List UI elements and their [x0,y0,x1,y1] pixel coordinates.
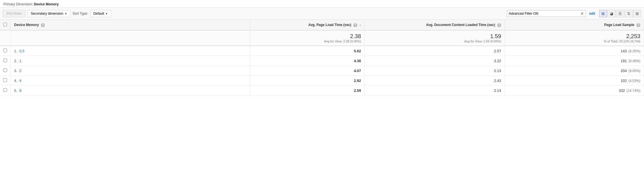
row-avg-page-load-0: 5.62 [250,46,365,56]
col-header-device-memory: Device Memory ? [11,20,250,30]
summary-avg-doc-sub: Avg for View: 1.59 (0.00%) [368,40,501,43]
select-all-checkbox-header[interactable] [0,20,11,30]
row-pls-0: 143(6.35%) [505,46,644,56]
summary-avg-page-load-value: 2.38 [254,33,361,40]
row-avg-doc-1: 3.22 [365,56,505,66]
advanced-filter-box[interactable]: ✕ [507,10,586,17]
row-checkbox-3[interactable] [3,78,7,82]
list-view-button[interactable]: ☰ [616,10,624,17]
filter-input[interactable] [509,12,579,16]
row-pls-1: 191(8.48%) [505,56,644,66]
summary-pls-value: 2,253 [508,33,640,40]
summary-dim-cell [11,30,250,46]
row-avg-page-load-4: 2.59 [250,86,365,96]
row-avg-page-load-3: 2.92 [250,76,365,86]
help-icon-page-load-sample[interactable]: ? [636,23,640,27]
chevron-down-icon: ▼ [64,12,67,15]
pie-view-button[interactable]: ◕ [608,10,615,17]
table-row: 1. 0.5 5.62 2.57 143(6.35%) [0,46,644,56]
summary-row: 2.38 Avg for View: 2.38 (0.00%) 1.59 Avg… [0,30,644,46]
row-pls-pct-3: (4.53%) [628,79,640,83]
col-header-page-load-sample: Page Load Sample ? [505,20,644,30]
row-pls-pct-0: (6.35%) [628,49,640,53]
row-checkbox-cell-0[interactable] [0,46,11,56]
secondary-dimension-dropdown[interactable]: Secondary dimension ▼ [28,10,70,17]
select-all-checkbox[interactable] [3,23,7,26]
summary-pls-cell: 2,253 % of Total: 23.12% (9,744) [505,30,644,46]
row-rank-2: 3. [14,69,17,73]
table-row: 3. 2 4.07 2.13 204(9.05%) [0,66,644,76]
secondary-dimension-label: Secondary dimension [31,12,63,16]
row-checkbox-1[interactable] [3,58,7,62]
row-avg-doc-4: 2.14 [365,86,505,96]
row-dim-cell-3: 4. 4 [11,76,250,86]
row-rank-1: 2. [14,59,17,63]
summary-avg-page-load-cell: 2.38 Avg for View: 2.38 (0.00%) [250,30,365,46]
col-label-page-load-sample: Page Load Sample [604,23,634,27]
row-pls-2: 204(9.05%) [505,66,644,76]
col-label-device-memory: Device Memory [14,23,39,27]
row-avg-doc-2: 2.13 [365,66,505,76]
row-dim-cell-2: 3. 2 [11,66,250,76]
row-rank-0: 1. [14,49,17,53]
help-icon-avg-doc[interactable]: ? [497,23,501,27]
row-dim-link-1[interactable]: 1 [19,59,21,63]
primary-dimension-value: Device Memory [34,2,59,6]
row-avg-doc-3: 2.43 [365,76,505,86]
plot-rows-button[interactable]: Plot Rows [3,10,25,17]
summary-avg-doc-cell: 1.59 Avg for View: 1.59 (0.00%) [365,30,505,46]
row-avg-doc-0: 2.57 [365,46,505,56]
primary-dimension-bar: Primary Dimension: Device Memory [0,0,644,7]
sort-default-dropdown[interactable]: Default ▼ [90,10,111,17]
row-dim-link-2[interactable]: 2 [19,69,21,73]
row-dim-link-3[interactable]: 4 [19,79,21,83]
table-row: 4. 4 2.92 2.43 102(4.53%) [0,76,644,86]
row-checkbox-2[interactable] [3,68,7,72]
summary-pls-sub: % of Total: 23.12% (9,744) [508,40,640,43]
row-pls-pct-1: (8.48%) [628,59,640,63]
row-dim-link-4[interactable]: 8 [19,88,21,93]
sort-arrow-icon: ↓ [359,23,361,27]
summary-avg-doc-value: 1.59 [368,33,501,40]
row-rank-3: 4. [14,79,17,83]
row-checkbox-cell-2[interactable] [0,66,11,76]
row-dim-link-0[interactable]: 0.5 [19,49,24,53]
table-row: 5. 8 2.59 2.14 332(14.74%) [0,86,644,96]
row-pls-3: 102(4.53%) [505,76,644,86]
row-dim-cell-0: 1. 0.5 [11,46,250,56]
sort-default-label: Default [93,12,104,16]
edit-link[interactable]: edit [589,12,595,16]
help-icon-avg-page-load[interactable]: ? [353,23,357,27]
row-dim-cell-4: 5. 8 [11,86,250,96]
summary-checkbox-cell [0,30,11,46]
row-checkbox-cell-4[interactable] [0,86,11,96]
help-icon-device-memory[interactable]: ? [41,23,45,27]
row-checkbox-cell-1[interactable] [0,56,11,66]
row-pls-4: 332(14.74%) [505,86,644,96]
row-checkbox-cell-3[interactable] [0,76,11,86]
primary-dimension-label: Primary Dimension: [3,2,33,6]
chevron-down-icon: ▼ [105,12,108,15]
row-pls-pct-2: (9.05%) [628,69,640,73]
close-icon[interactable]: ✕ [581,11,584,16]
table-header-row: Device Memory ? Avg. Page Load Time (sec… [0,20,644,30]
table-row: 2. 1 4.36 3.22 191(8.48%) [0,56,644,66]
row-avg-page-load-2: 4.07 [250,66,365,76]
row-rank-4: 5. [14,88,17,93]
col-label-avg-doc: Avg. Document Content Loaded Time (sec) [426,23,495,27]
col-header-avg-page-load: Avg. Page Load Time (sec) ? ↓ [250,20,365,30]
row-avg-page-load-1: 4.36 [250,56,365,66]
summary-avg-page-load-sub: Avg for View: 2.38 (0.00%) [254,40,361,43]
col-label-avg-page-load: Avg. Page Load Time (sec) [308,23,351,27]
row-dim-cell-1: 2. 1 [11,56,250,66]
row-checkbox-0[interactable] [3,49,7,52]
col-header-avg-doc: Avg. Document Content Loaded Time (sec) … [365,20,505,30]
grid-view-button[interactable]: ⊞ [599,10,607,17]
row-pls-pct-4: (14.74%) [627,89,640,93]
compare-view-button[interactable]: ⇅ [625,10,633,17]
view-icon-group: ⊞ ◕ ☰ ⇅ ⊞ [599,10,641,17]
row-checkbox-4[interactable] [3,88,7,92]
pivot-view-button[interactable]: ⊞ [633,10,641,17]
data-table: Device Memory ? Avg. Page Load Time (sec… [0,20,644,96]
sort-type-label: Sort Type: [73,12,88,16]
